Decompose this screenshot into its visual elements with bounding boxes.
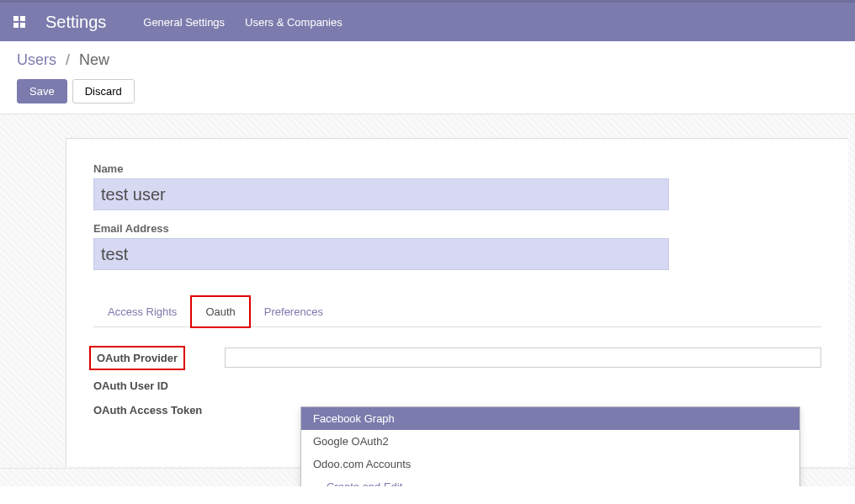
tab-oauth[interactable]: Oauth <box>191 296 249 327</box>
oauth-provider-dropdown: Facebook Graph Google OAuth2 Odoo.com Ac… <box>300 406 800 486</box>
nav-users-companies[interactable]: Users & Companies <box>245 16 343 29</box>
oauth-access-token-label: OAuth Access Token <box>93 404 235 416</box>
navbar: Settings General Settings Users & Compan… <box>0 3 855 41</box>
tab-preferences[interactable]: Preferences <box>250 296 337 327</box>
form-area: Name Email Address Access Rights Oauth P… <box>0 114 855 468</box>
dropdown-item-google[interactable]: Google OAuth2 <box>301 430 799 453</box>
apps-icon[interactable] <box>13 16 27 28</box>
breadcrumb-separator: / <box>66 51 70 68</box>
nav-general-settings[interactable]: General Settings <box>143 16 225 29</box>
oauth-provider-input[interactable] <box>225 347 821 368</box>
email-label: Email Address <box>93 222 821 235</box>
breadcrumb: Users / New <box>17 51 838 69</box>
oauth-user-id-label: OAuth User ID <box>93 379 235 392</box>
tabs: Access Rights Oauth Preferences <box>93 295 821 327</box>
email-input[interactable] <box>93 238 669 270</box>
name-label: Name <box>93 162 821 175</box>
dropdown-item-facebook[interactable]: Facebook Graph <box>301 407 799 430</box>
save-button[interactable]: Save <box>17 79 67 103</box>
dropdown-create-edit[interactable]: Create and Edit... <box>301 475 799 486</box>
oauth-provider-label: OAuth Provider <box>93 350 181 366</box>
tab-access-rights[interactable]: Access Rights <box>93 296 191 327</box>
breadcrumb-users[interactable]: Users <box>17 51 56 68</box>
dropdown-item-odoo[interactable]: Odoo.com Accounts <box>301 453 799 475</box>
tab-content-oauth: OAuth Provider OAuth User ID OAuth Acces… <box>93 327 821 416</box>
app-title: Settings <box>45 13 106 32</box>
form-sheet: Name Email Address Access Rights Oauth P… <box>66 138 848 466</box>
discard-button[interactable]: Discard <box>72 79 135 103</box>
breadcrumb-current: New <box>79 51 109 68</box>
control-panel: Users / New Save Discard <box>0 41 855 114</box>
name-input[interactable] <box>93 178 669 210</box>
